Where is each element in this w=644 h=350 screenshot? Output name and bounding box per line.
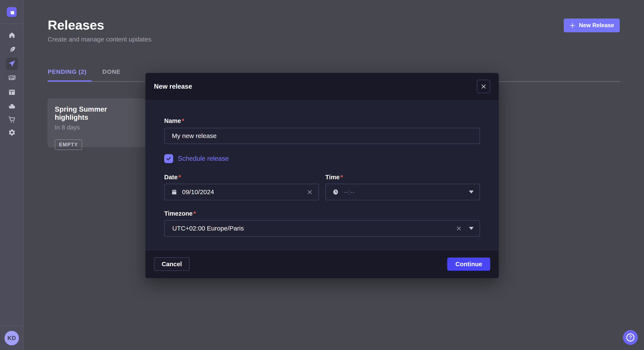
page-subtitle: Create and manage content updates (48, 36, 152, 43)
sidebar-item-releases[interactable] (0, 57, 24, 71)
required-marker: * (340, 174, 343, 180)
clock-icon (332, 189, 339, 195)
new-release-modal: New release Name* Schedule release Date*… (146, 73, 499, 278)
clear-x-icon (456, 226, 462, 231)
cart-icon (8, 116, 16, 123)
date-value: 09/10/2024 (182, 188, 302, 196)
tab-done[interactable]: DONE (102, 68, 121, 75)
close-icon (481, 84, 486, 90)
release-card-title: Spring Summer highlights (55, 105, 138, 121)
chevron-down-icon[interactable] (469, 190, 474, 193)
schedule-checkbox-label: Schedule release (178, 155, 229, 163)
question-mark-icon: ? (626, 334, 634, 342)
schedule-release-row[interactable]: Schedule release (164, 154, 480, 163)
required-marker: * (182, 117, 184, 124)
sidebar-item-media[interactable] (0, 71, 24, 85)
page-title: Releases (48, 17, 104, 32)
sidebar-item-content-type-builder[interactable] (0, 85, 24, 99)
cloud-icon (8, 102, 16, 110)
timezone-clear-button[interactable] (456, 226, 462, 231)
date-field-block: Date* 09/10/2024 (164, 174, 319, 200)
timezone-value: UTC+02:00 Europe/Paris (171, 225, 451, 232)
timezone-label: Timezone* (164, 210, 196, 217)
calendar-icon (171, 189, 178, 195)
strapi-logo-icon[interactable] (7, 7, 16, 17)
home-icon (8, 31, 16, 39)
modal-body: Name* Schedule release Date* 09/10/2024 (146, 100, 499, 250)
cancel-button[interactable]: Cancel (154, 257, 190, 271)
logo-section (0, 0, 24, 24)
modal-header: New release (146, 73, 499, 100)
chevron-down-icon[interactable] (469, 227, 474, 230)
sidebar-item-settings[interactable] (0, 126, 24, 140)
date-time-row: Date* 09/10/2024 Time* --:-- (164, 174, 480, 200)
date-picker[interactable]: 09/10/2024 (164, 184, 319, 200)
continue-button[interactable]: Continue (447, 257, 490, 271)
sidebar-item-home[interactable] (0, 28, 24, 42)
paper-plane-icon (8, 60, 16, 68)
release-card[interactable]: Spring Summer highlights In 8 days EMPTY (48, 98, 145, 147)
active-tab-underline (48, 80, 92, 82)
gear-icon (8, 129, 16, 136)
release-status-badge: EMPTY (55, 140, 82, 150)
name-field-block: Name* (164, 117, 480, 144)
required-marker: * (193, 210, 196, 217)
layout-icon (8, 88, 16, 96)
time-field-block: Time* --:-- (326, 174, 480, 200)
help-button[interactable]: ? (623, 330, 638, 345)
name-input[interactable] (164, 128, 480, 144)
time-placeholder: --:-- (344, 188, 464, 196)
sidebar-item-content[interactable] (0, 42, 24, 56)
new-release-button[interactable]: New Release (564, 18, 620, 32)
media-images-icon (8, 74, 16, 81)
feather-icon (8, 46, 16, 53)
required-marker: * (178, 174, 181, 180)
checkbox-check-icon (166, 156, 172, 161)
close-button[interactable] (477, 80, 490, 93)
avatar-initials: KD (8, 335, 16, 342)
release-card-meta: In 8 days (55, 124, 138, 131)
name-label: Name* (164, 117, 184, 124)
date-clear-button[interactable] (307, 189, 313, 195)
avatar[interactable]: KD (4, 331, 19, 345)
timezone-field-block: Timezone* UTC+02:00 Europe/Paris (164, 210, 480, 237)
clear-x-icon (307, 189, 313, 195)
active-item-highlight (6, 58, 18, 70)
modal-title: New release (154, 83, 192, 90)
sidebar-footer: KD (0, 326, 24, 350)
date-label: Date* (164, 174, 181, 180)
modal-footer: Cancel Continue (146, 250, 499, 278)
time-picker[interactable]: --:-- (326, 184, 480, 200)
sidebar-item-cloud[interactable] (0, 99, 24, 113)
plus-icon (569, 22, 576, 29)
timezone-select[interactable]: UTC+02:00 Europe/Paris (164, 220, 480, 237)
time-label: Time* (326, 174, 343, 180)
tab-bar: PENDING (2) DONE (48, 68, 120, 75)
tab-pending[interactable]: PENDING (2) (48, 68, 87, 75)
new-release-button-label: New Release (579, 22, 614, 29)
schedule-checkbox[interactable] (164, 154, 173, 163)
sidebar: KD (0, 0, 24, 350)
sidebar-item-marketplace[interactable] (0, 113, 24, 127)
